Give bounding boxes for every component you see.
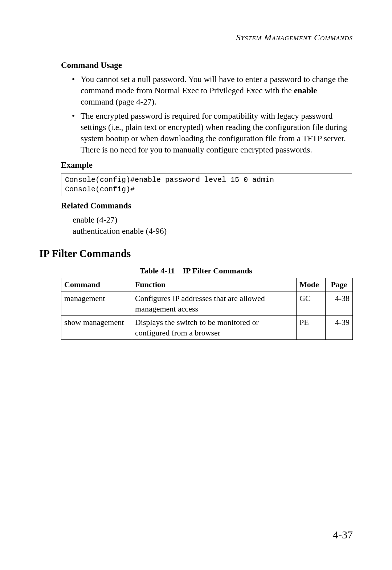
- table-row: show management Displays the switch to b…: [61, 316, 353, 340]
- cell-mode: GC: [297, 292, 326, 316]
- table-caption-title: IP Filter Commands: [183, 266, 252, 275]
- related-item: enable (4-27): [73, 214, 353, 225]
- related-item: authentication enable (4-96): [73, 225, 353, 237]
- bullet-item: The encrypted password is required for c…: [72, 110, 349, 155]
- page-header: System Management Commands: [39, 33, 353, 42]
- col-function: Function: [132, 278, 297, 292]
- table-caption-label: Table 4-11: [140, 266, 175, 275]
- example-heading: Example: [61, 160, 353, 170]
- cell-command: show management: [61, 316, 132, 340]
- bullet-text-post: command (page 4-27).: [81, 97, 156, 106]
- col-mode: Mode: [297, 278, 326, 292]
- example-code-block: Console(config)#enable password level 15…: [61, 174, 352, 196]
- cell-page: 4-38: [326, 292, 353, 316]
- cell-function: Configures IP addresses that are allowed…: [132, 292, 297, 316]
- table-row: management Configures IP addresses that …: [61, 292, 353, 316]
- bullet-item: You cannot set a null password. You will…: [72, 74, 349, 107]
- related-commands-heading: Related Commands: [61, 201, 353, 211]
- bullet-text-pre: The encrypted password is required for c…: [81, 111, 347, 154]
- ipfilter-heading: IP Filter Commands: [39, 248, 353, 260]
- cell-mode: PE: [297, 316, 326, 340]
- command-usage-heading: Command Usage: [61, 61, 353, 70]
- table-header-row: Command Function Mode Page: [61, 278, 353, 292]
- cell-page: 4-39: [326, 316, 353, 340]
- table-caption: Table 4-11 IP Filter Commands: [39, 266, 353, 276]
- cell-command: management: [61, 292, 132, 316]
- bullet-text-bold: enable: [294, 86, 317, 95]
- command-usage-list: You cannot set a null password. You will…: [72, 74, 349, 155]
- page-number: 4-37: [333, 529, 353, 541]
- cell-function: Displays the switch to be monitored or c…: [132, 316, 297, 340]
- col-page: Page: [326, 278, 353, 292]
- header-title: System Management Commands: [236, 33, 353, 42]
- col-command: Command: [61, 278, 132, 292]
- ipfilter-table: Command Function Mode Page management Co…: [61, 278, 353, 340]
- related-commands-list: enable (4-27) authentication enable (4-9…: [73, 214, 353, 237]
